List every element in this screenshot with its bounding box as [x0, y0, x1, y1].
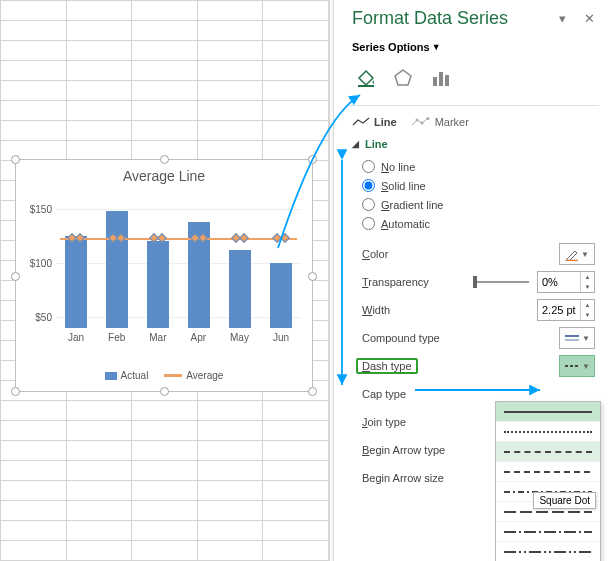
spin-up-button[interactable]: ▲	[581, 300, 594, 310]
width-input[interactable]: ▲▼	[537, 299, 595, 321]
resize-handle[interactable]	[160, 387, 169, 396]
column-chart-icon	[430, 67, 452, 89]
color-label: Color	[362, 248, 559, 260]
bar[interactable]	[147, 241, 169, 328]
resize-handle[interactable]	[308, 387, 317, 396]
dash-tooltip: Square Dot	[533, 492, 596, 509]
x-tick-label: Jan	[68, 332, 84, 343]
dash-line-icon	[564, 363, 580, 369]
marker-subtab[interactable]: Marker	[411, 116, 469, 128]
transparency-label: Transparency	[362, 276, 473, 288]
effects-tab[interactable]	[390, 65, 416, 91]
close-pane-button[interactable]: ✕	[584, 11, 595, 26]
x-tick-label: Jun	[273, 332, 289, 343]
spin-down-button[interactable]: ▼	[581, 282, 594, 292]
width-label: Width	[362, 304, 537, 316]
dash-type-label: Dash type	[362, 360, 559, 372]
resize-handle[interactable]	[11, 387, 20, 396]
compound-type-button[interactable]: ▼	[559, 327, 595, 349]
dash-option-dash[interactable]	[496, 462, 600, 482]
resize-handle[interactable]	[11, 272, 20, 281]
average-line[interactable]	[60, 238, 297, 240]
gradient-line-radio[interactable]: Gradient line	[362, 198, 595, 211]
x-axis-labels: JanFebMarAprMayJun	[56, 332, 301, 343]
x-tick-label: May	[230, 332, 249, 343]
svg-point-6	[426, 117, 429, 120]
cap-type-label: Cap type	[362, 388, 595, 400]
series-options-tab[interactable]	[428, 65, 454, 91]
transparency-slider[interactable]	[473, 281, 529, 283]
bar[interactable]	[106, 211, 128, 328]
svg-rect-3	[445, 75, 449, 86]
bar[interactable]	[229, 250, 251, 328]
dash-option-long-dash-dot-dot[interactable]	[496, 542, 600, 561]
pentagon-icon	[392, 67, 414, 89]
transparency-input[interactable]: ▲▼	[537, 271, 595, 293]
compound-type-label: Compound type	[362, 332, 559, 344]
dash-option-square-dot[interactable]	[496, 442, 600, 462]
y-tick-label: $50	[35, 312, 52, 323]
no-line-radio[interactable]: No line	[362, 160, 595, 173]
fill-line-tab[interactable]	[352, 65, 378, 91]
x-tick-label: Mar	[149, 332, 166, 343]
bar[interactable]	[270, 263, 292, 328]
marker-icon	[411, 117, 431, 127]
resize-handle[interactable]	[160, 155, 169, 164]
legend-item-average[interactable]: Average	[164, 370, 223, 381]
color-picker-button[interactable]: ▼	[559, 243, 595, 265]
dash-type-button[interactable]: ▼	[559, 355, 595, 377]
pencil-icon	[565, 247, 579, 261]
format-pane: Format Data Series ▾ ✕ Series Options ▼ …	[334, 0, 609, 561]
automatic-radio[interactable]: Automatic	[362, 217, 595, 230]
embedded-chart[interactable]: Average Line $50$100$150 JanFebMarAprMay…	[15, 159, 313, 392]
spin-down-button[interactable]: ▼	[581, 310, 594, 320]
resize-handle[interactable]	[308, 155, 317, 164]
x-tick-label: Apr	[190, 332, 206, 343]
chart-legend[interactable]: Actual Average	[16, 370, 312, 381]
y-tick-label: $100	[30, 258, 52, 269]
line-icon	[352, 117, 370, 127]
line-subtab[interactable]: Line	[352, 116, 397, 128]
dash-option-solid[interactable]	[496, 402, 600, 422]
dash-option-long-dash-dot[interactable]	[496, 522, 600, 542]
svg-rect-2	[439, 72, 443, 86]
resize-handle[interactable]	[308, 272, 317, 281]
svg-rect-1	[433, 77, 437, 86]
bar[interactable]	[65, 236, 87, 328]
compound-line-icon	[564, 333, 580, 343]
svg-point-5	[420, 122, 423, 125]
chevron-down-icon: ▼	[432, 42, 441, 52]
dash-type-dropdown: Square Dot	[495, 401, 601, 561]
paint-bucket-icon	[354, 67, 376, 89]
solid-line-radio[interactable]: Solid line	[362, 179, 595, 192]
legend-item-actual[interactable]: Actual	[105, 370, 149, 381]
plot-area[interactable]: $50$100$150	[56, 198, 301, 328]
svg-point-4	[415, 119, 418, 122]
y-tick-label: $150	[30, 203, 52, 214]
series-options-selector[interactable]: Series Options ▼	[352, 41, 595, 53]
x-tick-label: Feb	[108, 332, 125, 343]
spin-up-button[interactable]: ▲	[581, 272, 594, 282]
line-section-toggle[interactable]: ◢ Line	[352, 138, 595, 150]
pane-title: Format Data Series	[352, 8, 508, 29]
pane-options-button[interactable]: ▾	[559, 11, 566, 26]
collapse-icon: ◢	[352, 139, 359, 149]
dash-option-round-dot[interactable]	[496, 422, 600, 442]
resize-handle[interactable]	[11, 155, 20, 164]
